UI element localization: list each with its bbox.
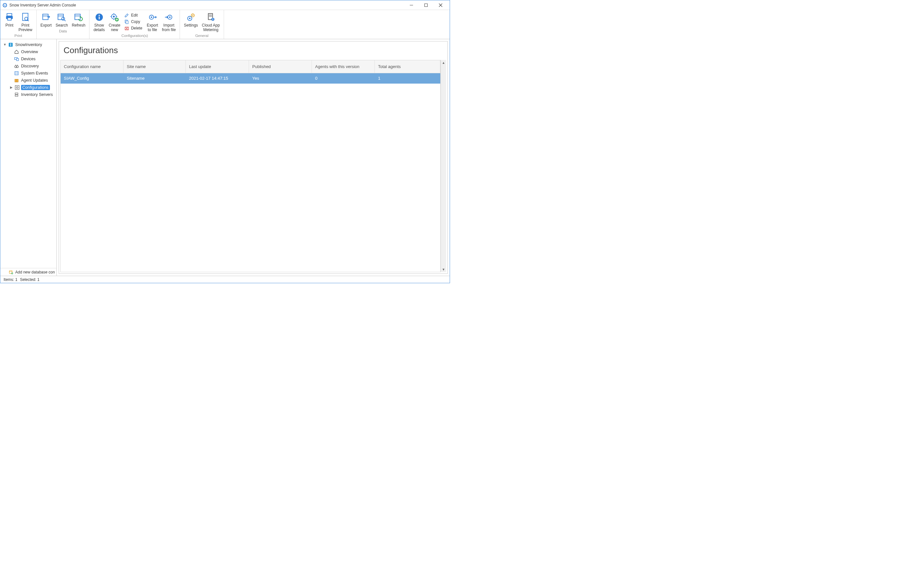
ribbon-group-print-label: Print (2, 33, 35, 38)
tree-node-inventory-servers[interactable]: Inventory Servers (0, 91, 56, 98)
svg-point-22 (99, 15, 100, 16)
printer-icon (4, 12, 15, 22)
copy-label: Copy (131, 20, 140, 24)
svg-rect-33 (126, 21, 129, 24)
gear-export-icon (147, 12, 158, 22)
svg-rect-66 (15, 85, 19, 89)
svg-rect-49 (213, 19, 213, 20)
svg-point-24 (113, 16, 115, 18)
configurations-grid[interactable]: Configuration name Site name Last update… (60, 60, 441, 272)
grid-header: Configuration name Site name Last update… (61, 60, 440, 73)
events-icon (14, 71, 19, 76)
chevron-down-icon[interactable]: ▼ (3, 43, 7, 46)
server-icon (14, 92, 19, 97)
copy-button[interactable]: Copy (123, 18, 144, 25)
svg-rect-3 (424, 3, 427, 7)
database-plus-icon (9, 270, 13, 274)
home-icon (14, 49, 19, 54)
ribbon-group-print: Print Print Preview Print (0, 10, 36, 39)
settings-button[interactable]: Settings (182, 12, 200, 28)
svg-rect-6 (7, 13, 12, 16)
svg-point-40 (169, 16, 170, 18)
column-header-total-agents[interactable]: Total agents (375, 60, 440, 73)
gears-icon (186, 12, 196, 22)
create-new-button[interactable]: Create new (107, 12, 122, 32)
gear-import-icon (164, 12, 174, 22)
svg-point-44 (192, 15, 193, 16)
ribbon: Print Print Preview Print Export (0, 10, 450, 39)
tree-overview-label: Overview (20, 49, 39, 54)
ribbon-group-data: Export Search Refresh Data (36, 10, 90, 39)
tree-node-configurations[interactable]: ▶ Configurations (0, 84, 56, 91)
svg-point-61 (16, 73, 16, 74)
edit-button[interactable]: Edit (123, 12, 144, 18)
cell-agents-version: 0 (312, 76, 375, 81)
navigation-tree-pane: ▼ SnowInventory Overview Devices Discove… (0, 39, 57, 276)
vertical-scrollbar[interactable]: ▲ ▼ (441, 60, 446, 272)
refresh-icon (73, 12, 84, 22)
ribbon-group-data-label: Data (39, 28, 87, 34)
svg-rect-14 (58, 14, 64, 20)
cell-total-agents: 1 (375, 76, 440, 81)
copy-icon (124, 19, 129, 24)
export-to-file-button[interactable]: Export to file (145, 12, 160, 32)
svg-point-70 (10, 270, 12, 272)
import-from-file-button[interactable]: Import from file (160, 12, 178, 32)
svg-point-1 (4, 5, 5, 5)
print-preview-button[interactable]: Print Preview (16, 12, 35, 32)
svg-point-50 (213, 18, 213, 18)
tree-updates-label: Agent Updates (20, 78, 49, 83)
status-selected: Selected: 1 (20, 277, 40, 282)
search-icon (56, 12, 67, 22)
tree-node-agent-updates[interactable]: Agent Updates (0, 77, 56, 84)
column-header-site[interactable]: Site name (124, 60, 186, 73)
binoculars-icon (14, 64, 19, 69)
navigation-tree[interactable]: ▼ SnowInventory Overview Devices Discove… (0, 41, 56, 268)
inventory-root-icon (8, 42, 13, 47)
show-details-label: Show details (93, 23, 105, 32)
cloud-app-metering-button[interactable]: Cloud App Metering (200, 12, 222, 32)
tree-node-system-events[interactable]: System Events (0, 70, 56, 77)
tree-events-label: System Events (20, 71, 49, 76)
show-details-button[interactable]: Show details (91, 12, 107, 32)
table-row[interactable]: SIAW_Config Sitename 2021-02-17 14:47:15… (61, 73, 440, 84)
close-button[interactable] (433, 1, 448, 10)
window-title: Snow Inventory Server Admin Console (10, 3, 404, 7)
add-database-connection-button[interactable]: Add new database con (0, 268, 56, 276)
refresh-button[interactable]: Refresh (70, 12, 87, 28)
svg-point-10 (25, 17, 28, 20)
svg-rect-59 (15, 71, 18, 75)
scroll-down-icon[interactable]: ▼ (441, 267, 446, 272)
column-header-published[interactable]: Published (249, 60, 312, 73)
content-pane: Configurations Configuration name Site n… (57, 39, 450, 276)
ribbon-group-general: Settings Cloud App Metering General (180, 10, 224, 39)
search-button[interactable]: Search (53, 12, 70, 28)
add-db-label: Add new database con (15, 270, 55, 274)
column-header-agents-version[interactable]: Agents with this version (312, 60, 375, 73)
tree-config-label: Configurations (21, 85, 50, 90)
tree-node-discovery[interactable]: Discovery (0, 63, 56, 70)
scroll-up-icon[interactable]: ▲ (441, 60, 446, 66)
minimize-button[interactable] (404, 1, 419, 10)
cell-published: Yes (249, 76, 312, 81)
app-icon (2, 3, 7, 8)
tree-node-overview[interactable]: Overview (0, 48, 56, 55)
tree-node-devices[interactable]: Devices (0, 55, 56, 63)
delete-label: Delete (131, 26, 142, 30)
export-button[interactable]: Export (39, 12, 54, 28)
tree-servers-label: Inventory Servers (20, 92, 53, 97)
cloud-label: Cloud App Metering (202, 23, 220, 32)
print-button[interactable]: Print (2, 12, 16, 28)
column-header-name[interactable]: Configuration name (61, 60, 124, 73)
column-header-update[interactable]: Last update (186, 60, 249, 73)
svg-rect-18 (75, 14, 81, 20)
chevron-right-icon[interactable]: ▶ (10, 86, 13, 89)
create-new-label: Create new (109, 23, 120, 32)
tree-node-root[interactable]: ▼ SnowInventory (0, 41, 56, 48)
maximize-button[interactable] (419, 1, 433, 10)
gear-plus-icon (109, 12, 120, 22)
edit-label: Edit (131, 13, 138, 18)
tree-discovery-label: Discovery (20, 64, 40, 69)
delete-icon (124, 26, 129, 31)
delete-button[interactable]: Delete (123, 25, 144, 31)
